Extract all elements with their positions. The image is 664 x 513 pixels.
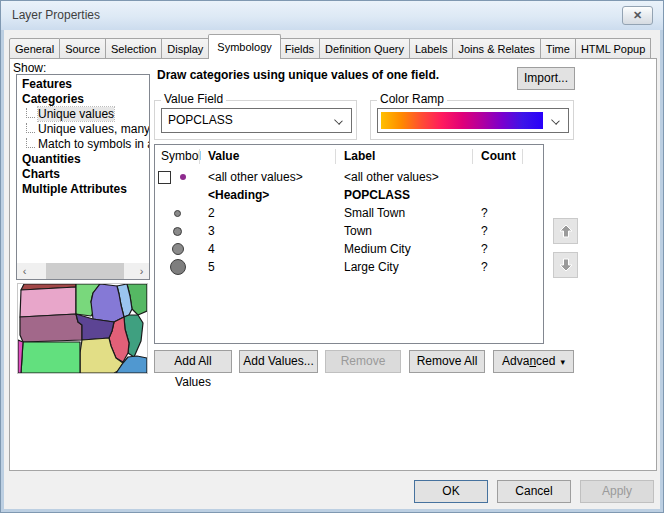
- show-item-unique-values-many[interactable]: Unique values, many: [17, 122, 149, 137]
- close-button[interactable]: ✕: [622, 6, 653, 25]
- all-other-values-dot[interactable]: [180, 174, 186, 180]
- tab-labels[interactable]: Labels: [410, 38, 453, 59]
- remove-all-button[interactable]: Remove All: [409, 350, 485, 373]
- table-header: Symbol Value Label Count: [155, 145, 543, 168]
- point-symbol[interactable]: [170, 259, 186, 275]
- point-symbol[interactable]: [174, 210, 181, 217]
- color-ramp-label: Color Ramp: [377, 93, 447, 106]
- show-item-features[interactable]: Features: [17, 77, 149, 92]
- color-ramp-group: Color Ramp: [370, 100, 574, 140]
- map-region: [20, 314, 82, 342]
- column-symbol: Symbol: [155, 145, 200, 168]
- tree-branch-icon: [26, 108, 35, 118]
- color-ramp-gradient: [381, 112, 543, 129]
- show-label: Show:: [13, 61, 46, 75]
- point-symbol[interactable]: [173, 227, 182, 236]
- table-row[interactable]: <Heading> POPCLASS: [155, 186, 543, 204]
- table-row[interactable]: <all other values> <all other values>: [155, 168, 543, 186]
- method-description: Draw categories using unique values of o…: [157, 68, 439, 82]
- scrollbar-thumb[interactable]: [46, 263, 124, 279]
- column-count: Count: [473, 145, 523, 168]
- value-field-combobox[interactable]: POPCLASS: [161, 108, 352, 133]
- dialog-body: General Source Selection Display Symbolo…: [4, 30, 660, 509]
- add-all-values-button[interactable]: Add All Values: [154, 350, 232, 373]
- map-region: [20, 287, 76, 317]
- close-icon: ✕: [633, 9, 642, 21]
- tab-fields[interactable]: Fields: [280, 38, 320, 59]
- table-row[interactable]: 4 Medium City ?: [155, 240, 543, 258]
- symbology-tab-page: Show: Features Categories Unique values …: [9, 58, 657, 471]
- tab-display[interactable]: Display: [162, 38, 209, 59]
- tab-definition-query[interactable]: Definition Query: [320, 38, 410, 59]
- dropdown-arrow-icon: ▾: [560, 357, 565, 367]
- down-arrow-icon: [558, 257, 574, 273]
- cancel-button[interactable]: Cancel: [497, 480, 571, 503]
- up-arrow-icon: [558, 223, 574, 239]
- all-other-values-checkbox[interactable]: [158, 171, 171, 184]
- window-title: Layer Properties: [12, 8, 100, 22]
- show-item-multiple-attributes[interactable]: Multiple Attributes: [17, 182, 149, 197]
- tab-html-popup[interactable]: HTML Popup: [576, 38, 651, 59]
- scroll-left-icon[interactable]: ‹: [17, 263, 32, 279]
- tab-strip: General Source Selection Display Symbolo…: [9, 34, 651, 59]
- color-ramp-combobox[interactable]: [377, 108, 569, 133]
- tree-branch-icon: [26, 123, 35, 133]
- show-item-unique-values[interactable]: Unique values: [17, 107, 149, 122]
- tab-selection[interactable]: Selection: [106, 38, 162, 59]
- remove-button[interactable]: Remove: [325, 350, 401, 373]
- value-field-label: Value Field: [161, 93, 226, 106]
- column-value: Value: [200, 145, 336, 168]
- column-label: Label: [336, 145, 473, 168]
- categories-table: Symbol Value Label Count <all other valu…: [154, 144, 544, 344]
- table-row[interactable]: 2 Small Town ?: [155, 204, 543, 222]
- move-down-button[interactable]: [553, 252, 578, 278]
- tab-joins-relates[interactable]: Joins & Relates: [453, 38, 540, 59]
- tab-general[interactable]: General: [9, 38, 60, 59]
- tab-time[interactable]: Time: [541, 38, 576, 59]
- scroll-right-icon[interactable]: ›: [134, 263, 149, 279]
- move-up-button[interactable]: [553, 218, 578, 244]
- show-item-match-symbols[interactable]: Match to symbols in a: [17, 137, 149, 152]
- show-panel-hscrollbar[interactable]: ‹ ›: [17, 263, 149, 279]
- add-values-button[interactable]: Add Values...: [239, 350, 318, 373]
- symbology-preview-map: [17, 283, 148, 374]
- chevron-down-icon: [551, 116, 560, 125]
- show-item-quantities[interactable]: Quantities: [17, 152, 149, 167]
- point-symbol[interactable]: [172, 243, 184, 255]
- import-button[interactable]: Import...: [517, 67, 575, 90]
- value-field-group: Value Field POPCLASS: [154, 100, 357, 140]
- apply-button[interactable]: Apply: [580, 480, 654, 503]
- table-row[interactable]: 5 Large City ?: [155, 258, 543, 276]
- value-field-selected: POPCLASS: [168, 113, 233, 127]
- show-tree-panel: Features Categories Unique values Unique…: [16, 74, 150, 280]
- chevron-down-icon: [334, 116, 343, 125]
- layer-properties-dialog: Layer Properties ✕ General Source Select…: [0, 0, 664, 513]
- show-item-categories[interactable]: Categories: [17, 92, 149, 107]
- tab-source[interactable]: Source: [60, 38, 106, 59]
- advanced-button[interactable]: Advanced▾: [493, 350, 574, 373]
- map-region: [21, 342, 80, 373]
- tab-symbology[interactable]: Symbology: [208, 34, 280, 59]
- ok-button[interactable]: OK: [414, 480, 488, 503]
- title-bar[interactable]: Layer Properties ✕: [1, 1, 663, 30]
- table-row[interactable]: 3 Town ?: [155, 222, 543, 240]
- tree-branch-icon: [26, 138, 35, 148]
- show-item-charts[interactable]: Charts: [17, 167, 149, 182]
